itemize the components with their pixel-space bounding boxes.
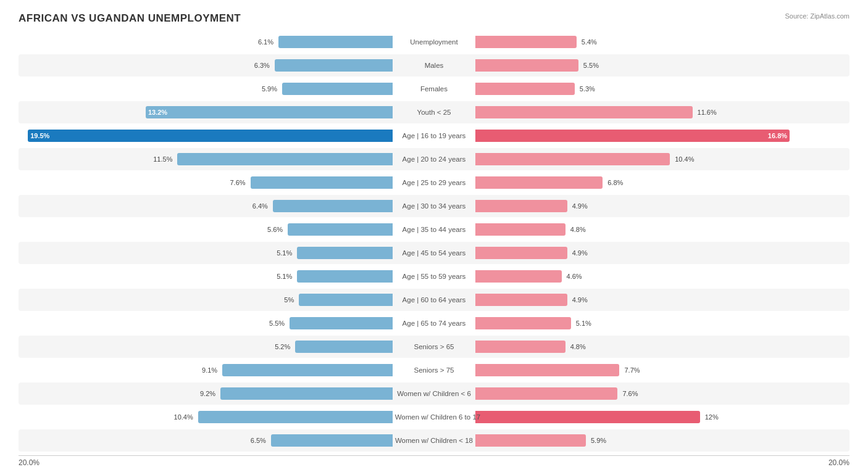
bar-right-container: 4.6% [475, 270, 849, 283]
right-value: 5.5% [581, 62, 599, 69]
right-value: 6.8% [605, 179, 623, 186]
bar-left: 9.1% [222, 364, 393, 376]
row-label: Youth < 25 [393, 109, 476, 116]
bar-right-container: 10.4% [475, 153, 849, 165]
row-label: Age | 25 to 29 years [393, 179, 476, 186]
bar-right: 7.6% [475, 387, 617, 400]
right-value: 5.3% [577, 85, 595, 93]
row-label: Women w/ Children < 18 [393, 437, 476, 444]
bar-left-container: 5.1% [19, 270, 393, 283]
bar-right-container: 4.9% [475, 247, 849, 259]
bar-right: 12% [475, 411, 699, 423]
chart-row: 5.1% Age | 45 to 54 years 4.9% [19, 242, 849, 264]
bar-left: 5.2% [295, 341, 392, 353]
left-value: 7.6% [230, 179, 248, 186]
bar-left-container: 5.2% [19, 341, 393, 353]
bar-right: 5.5% [475, 59, 578, 72]
left-value: 5.1% [277, 249, 294, 257]
bar-right-container: 6.8% [475, 176, 849, 189]
bar-right: 5.3% [475, 83, 575, 95]
row-label: Age | 45 to 54 years [393, 249, 476, 257]
bar-right-container: 16.8% [475, 130, 849, 142]
bar-right-container: 4.9% [475, 294, 849, 306]
bar-left: 5.6% [288, 223, 393, 236]
bar-left-container: 6.3% [19, 59, 393, 72]
row-label: Unemployment [393, 38, 476, 46]
row-label: Age | 20 to 24 years [393, 155, 476, 163]
right-value: 5.4% [579, 38, 597, 46]
chart-row: 5.9% Females 5.3% [19, 78, 849, 100]
bar-right: 4.6% [475, 270, 561, 283]
right-value: 7.7% [622, 366, 640, 374]
right-value: 4.8% [568, 226, 586, 233]
chart-row: 6.3% Males 5.5% [19, 54, 849, 76]
bar-right-container: 5.4% [475, 36, 849, 48]
bar-right-container: 4.8% [475, 341, 849, 353]
bar-left-container: 9.1% [19, 364, 393, 376]
chart-title: AFRICAN VS UGANDAN UNEMPLOYMENT [19, 12, 849, 25]
bar-left: 5.5% [290, 317, 393, 329]
bar-right-container: 4.9% [475, 200, 849, 212]
source-label: Source: ZipAtlas.com [785, 12, 849, 20]
bar-right: 16.8% [475, 130, 790, 142]
bar-right: 4.9% [475, 200, 567, 212]
bar-left: 13.2% [146, 106, 393, 118]
bar-left-container: 19.5% [19, 130, 393, 142]
right-value: 11.6% [695, 109, 717, 116]
row-label: Females [393, 85, 476, 93]
chart-row: 6.4% Age | 30 to 34 years 4.9% [19, 195, 849, 217]
bar-left-container: 5.9% [19, 83, 393, 95]
chart-row: 5.2% Seniors > 65 4.8% [19, 336, 849, 358]
bar-left: 7.6% [251, 176, 393, 189]
chart-area: 6.1% Unemployment 5.4% 6.3% Males 5.5% 5… [19, 31, 849, 452]
left-value: 5.6% [267, 226, 285, 233]
right-value: 10.4% [672, 155, 694, 163]
axis-right-label: 20.0% [475, 458, 849, 467]
row-label: Age | 16 to 19 years [393, 132, 476, 139]
bar-right-container: 7.7% [475, 364, 849, 376]
left-value: 10.4% [174, 413, 196, 421]
left-value: 9.1% [202, 366, 220, 374]
bar-right-container: 12% [475, 411, 849, 423]
bar-left: 9.2% [220, 387, 393, 400]
bar-left-container: 5.1% [19, 247, 393, 259]
bar-left-container: 5.6% [19, 223, 393, 236]
bar-left-container: 5.5% [19, 317, 393, 329]
bar-right: 7.7% [475, 364, 619, 376]
left-value: 5% [284, 296, 296, 304]
chart-row: 11.5% Age | 20 to 24 years 10.4% [19, 148, 849, 170]
bar-left-container: 6.4% [19, 200, 393, 212]
row-label: Age | 55 to 59 years [393, 273, 476, 280]
bar-left-container: 9.2% [19, 387, 393, 400]
chart-row: 9.1% Seniors > 75 7.7% [19, 359, 849, 381]
left-value: 5.5% [269, 320, 287, 327]
bar-right: 10.4% [475, 153, 670, 165]
chart-row: 19.5% Age | 16 to 19 years 16.8% [19, 125, 849, 147]
axis-row: 20.0% 20.0% [19, 455, 849, 467]
left-value: 11.5% [153, 155, 175, 163]
left-value: 5.9% [262, 85, 280, 93]
chart-row: 13.2% Youth < 25 11.6% [19, 101, 849, 123]
chart-row: 6.5% Women w/ Children < 18 5.9% [19, 429, 849, 452]
chart-row: 9.2% Women w/ Children < 6 7.6% [19, 382, 849, 405]
right-value: 5.1% [574, 320, 591, 327]
chart-row: 6.1% Unemployment 5.4% [19, 31, 849, 53]
bar-left-container: 6.5% [19, 434, 393, 447]
bar-right: 11.6% [475, 106, 692, 118]
bar-left: 5.1% [297, 247, 392, 259]
right-value: 4.9% [570, 202, 588, 210]
left-value: 6.1% [258, 38, 276, 46]
chart-row: 10.4% Women w/ Children 6 to 17 12% [19, 406, 849, 428]
row-label: Age | 30 to 34 years [393, 202, 476, 210]
bar-left-container: 6.1% [19, 36, 393, 48]
bar-right-container: 11.6% [475, 106, 849, 118]
row-label: Seniors > 65 [393, 343, 476, 350]
bar-left-container: 7.6% [19, 176, 393, 189]
bar-left: 10.4% [198, 411, 393, 423]
bar-right: 5.9% [475, 434, 586, 447]
chart-row: 5.1% Age | 55 to 59 years 4.6% [19, 265, 849, 287]
row-label: Age | 35 to 44 years [393, 226, 476, 233]
left-value: 6.5% [251, 437, 269, 444]
right-value: 4.8% [568, 343, 586, 350]
bar-right: 4.8% [475, 223, 565, 236]
